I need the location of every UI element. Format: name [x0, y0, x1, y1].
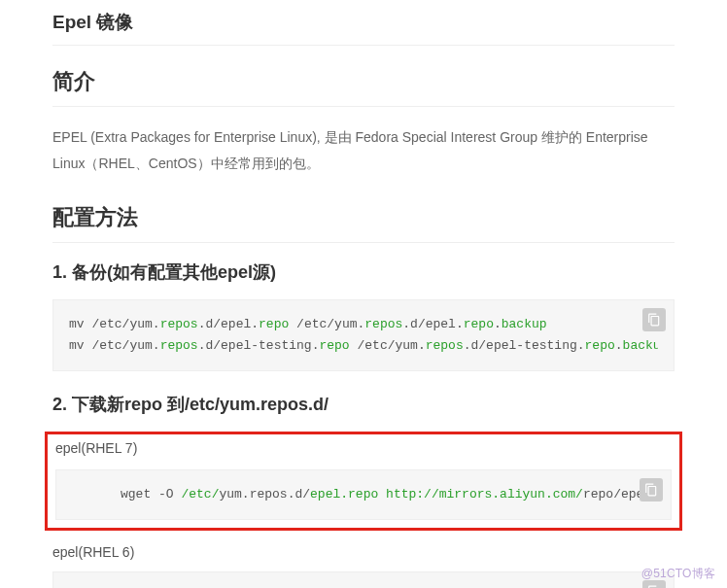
rhel7-code-block: wget -O /etc/yum.repos.d/epel.repo http:… — [55, 469, 672, 520]
step1-heading: 1. 备份(如有配置其他epel源) — [52, 260, 675, 284]
copy-icon — [644, 483, 658, 497]
code-content: mv /etc/yum.repos.d/epel.repo /etc/yum.r… — [69, 314, 658, 357]
document-content: Epel 镜像 简介 EPEL (Extra Packages for Ente… — [0, 0, 727, 588]
step1-code-block: mv /etc/yum.repos.d/epel.repo /etc/yum.r… — [52, 299, 675, 371]
watermark: @51CTO博客 — [641, 566, 715, 582]
copy-button[interactable] — [640, 478, 663, 502]
code-content: wget -O /etc/yum.repos.d/epel.repo http:… — [72, 484, 655, 505]
intro-heading: 简介 — [52, 67, 675, 107]
config-heading: 配置方法 — [52, 203, 675, 243]
highlighted-box-rhel7: epel(RHEL 7) wget -O /etc/yum.repos.d/ep… — [45, 432, 682, 531]
rhel6-code-block: wget -O /etc/yum.repos.d/epel.repo http:… — [52, 571, 675, 588]
page-title: Epel 镜像 — [52, 10, 675, 46]
copy-button[interactable] — [642, 308, 666, 331]
rhel7-label: epel(RHEL 7) — [55, 440, 672, 456]
rhel6-label: epel(RHEL 6) — [52, 544, 675, 560]
copy-icon — [647, 313, 661, 327]
step2-heading: 2. 下载新repo 到/etc/yum.repos.d/ — [52, 393, 675, 416]
intro-paragraph: EPEL (Extra Packages for Enterprise Linu… — [52, 124, 675, 176]
